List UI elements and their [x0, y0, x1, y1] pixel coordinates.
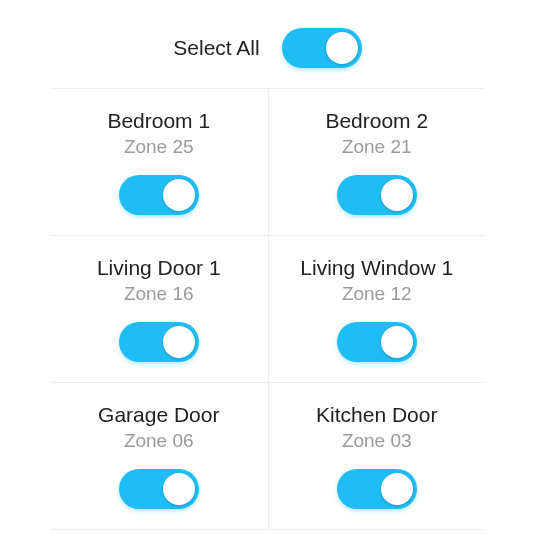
zone-toggle-bedroom-1[interactable] [119, 175, 199, 215]
zone-row: Bedroom 1 Zone 25 Bedroom 2 Zone 21 [50, 89, 485, 235]
zone-subtitle: Zone 06 [124, 429, 194, 454]
zone-subtitle: Zone 12 [342, 282, 412, 307]
zone-row: Living Door 1 Zone 16 Living Window 1 Zo… [50, 235, 485, 382]
zone-cell-living-door-1: Living Door 1 Zone 16 [50, 236, 268, 382]
zone-grid: Bedroom 1 Zone 25 Bedroom 2 Zone 21 [50, 88, 485, 530]
zone-name: Living Door 1 [97, 254, 221, 281]
zone-name: Living Window 1 [300, 254, 453, 281]
zone-subtitle: Zone 16 [124, 282, 194, 307]
toggle-wrap [337, 322, 417, 362]
toggle-wrap [337, 175, 417, 215]
toggle-wrap [337, 469, 417, 509]
toggle-wrap [119, 469, 199, 509]
select-all-toggle[interactable] [282, 28, 362, 68]
zone-cell-bedroom-1: Bedroom 1 Zone 25 [50, 89, 268, 235]
toggle-wrap [119, 322, 199, 362]
toggle-knob [381, 179, 413, 211]
zone-cell-bedroom-2: Bedroom 2 Zone 21 [268, 89, 486, 235]
zone-toggle-living-window-1[interactable] [337, 322, 417, 362]
zone-toggle-living-door-1[interactable] [119, 322, 199, 362]
zone-row: Garage Door Zone 06 Kitchen Door Zone 03 [50, 382, 485, 529]
zone-subtitle: Zone 25 [124, 135, 194, 160]
select-all-label: Select All [173, 36, 259, 60]
select-all-row: Select All [50, 18, 485, 88]
zone-cell-garage-door: Garage Door Zone 06 [50, 383, 268, 529]
zone-name: Bedroom 2 [325, 107, 428, 134]
zone-toggle-garage-door[interactable] [119, 469, 199, 509]
toggle-knob [163, 326, 195, 358]
zone-subtitle: Zone 03 [342, 429, 412, 454]
zone-toggle-kitchen-door[interactable] [337, 469, 417, 509]
zone-selection-panel: Select All Bedroom 1 Zone 25 Bedroom 2 Z… [0, 0, 535, 530]
zone-cell-living-window-1: Living Window 1 Zone 12 [268, 236, 486, 382]
zone-subtitle: Zone 21 [342, 135, 412, 160]
zone-cell-kitchen-door: Kitchen Door Zone 03 [268, 383, 486, 529]
toggle-knob [163, 179, 195, 211]
zone-name: Kitchen Door [316, 401, 437, 428]
zone-name: Bedroom 1 [107, 107, 210, 134]
toggle-knob [381, 326, 413, 358]
toggle-wrap [119, 175, 199, 215]
zone-name: Garage Door [98, 401, 219, 428]
toggle-knob [326, 32, 358, 64]
toggle-knob [381, 473, 413, 505]
zone-toggle-bedroom-2[interactable] [337, 175, 417, 215]
toggle-knob [163, 473, 195, 505]
